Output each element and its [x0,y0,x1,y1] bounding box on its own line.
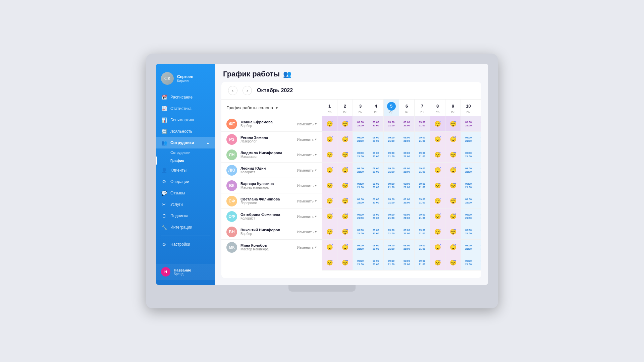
schedule-cell[interactable]: 09:0021:00 [461,163,476,178]
sidebar-item-reviews[interactable]: 💬 Отзывы [156,187,215,199]
schedule-cell[interactable]: 09:0021:00 [476,240,481,255]
schedule-cell[interactable]: 09:0021:00 [461,255,476,270]
schedule-cell[interactable]: 09:0021:00 [384,178,399,193]
schedule-cell[interactable]: 😴 [337,132,353,147]
edit-button[interactable]: Изменить ▾ [297,137,317,141]
schedule-cell[interactable]: 09:0021:00 [353,224,368,239]
schedule-cell[interactable]: 09:0021:00 [384,224,399,239]
schedule-cell[interactable]: 😴 [430,209,445,224]
schedule-cell[interactable]: 😴 [430,132,445,147]
schedule-cell[interactable]: 09:0021:00 [476,209,481,224]
schedule-cell[interactable]: 😴 [337,193,353,208]
schedule-cell[interactable]: 09:0021:00 [399,178,415,193]
schedule-cell[interactable]: 09:0021:00 [368,193,384,208]
schedule-cell[interactable]: 09:0021:00 [399,255,415,270]
schedule-cell[interactable]: 09:0021:00 [415,255,430,270]
schedule-cell[interactable]: 09:0021:00 [476,147,481,162]
sidebar-item-operations[interactable]: ⚙ Операции [156,176,215,187]
schedule-cell[interactable]: 09:0021:00 [476,193,481,208]
schedule-cell[interactable]: 09:0021:00 [368,132,384,147]
edit-button[interactable]: Изменить ▾ [297,230,317,234]
schedule-cell[interactable]: 09:0021:00 [368,209,384,224]
schedule-cell[interactable]: 09:0021:00 [476,178,481,193]
schedule-cell[interactable]: 😴 [337,240,353,255]
edit-button[interactable]: Изменить ▾ [297,168,317,172]
schedule-cell[interactable]: 😴 [445,163,461,178]
schedule-cell[interactable]: 09:0021:00 [384,255,399,270]
sidebar-subitem-employees-list[interactable]: Сотрудники [156,148,215,157]
sidebar-item-services[interactable]: ✂ Услуги [156,199,215,210]
brand-item[interactable]: Н Название Бренд [156,264,215,280]
schedule-cell[interactable]: 😴 [322,132,337,147]
schedule-cell[interactable]: 😴 [445,178,461,193]
schedule-cell[interactable]: 09:0021:00 [399,163,415,178]
schedule-cell[interactable]: 😴 [337,163,353,178]
schedule-cell[interactable]: 😴 [445,147,461,162]
schedule-cell[interactable]: 😴 [337,147,353,162]
schedule-cell[interactable]: 09:0021:00 [384,132,399,147]
sidebar-item-loyalty[interactable]: 🔄 Лояльность [156,126,215,137]
schedule-cell[interactable]: 09:0021:00 [353,163,368,178]
schedule-cell[interactable]: 09:0021:00 [399,240,415,255]
schedule-cell[interactable]: 09:0021:00 [384,147,399,162]
schedule-cell[interactable]: 09:0021:00 [384,193,399,208]
schedule-cell[interactable]: 09:0021:00 [368,163,384,178]
schedule-cell[interactable]: 09:0021:00 [368,240,384,255]
schedule-cell[interactable]: 09:0021:00 [461,178,476,193]
schedule-cell[interactable]: 09:0021:00 [384,163,399,178]
schedule-cell[interactable]: 09:0021:00 [461,147,476,162]
schedule-cell[interactable]: 09:0021:00 [353,132,368,147]
schedule-cell[interactable]: 09:0021:00 [461,224,476,239]
schedule-cell[interactable]: 😴 [430,255,445,270]
schedule-cell[interactable]: 😴 [430,240,445,255]
schedule-cell[interactable]: 09:0021:00 [415,132,430,147]
schedule-cell[interactable]: 09:0021:00 [415,193,430,208]
sidebar-item-subscription[interactable]: 🗒 Подписка [156,210,215,222]
sidebar-subitem-schedule[interactable]: График [156,157,215,165]
schedule-cell[interactable]: 09:0021:00 [353,240,368,255]
schedule-cell[interactable]: 09:0021:00 [461,193,476,208]
schedule-cell[interactable]: 😴 [322,147,337,162]
schedule-cell[interactable]: 09:0021:00 [368,147,384,162]
schedule-cell[interactable]: 😴 [322,240,337,255]
sidebar-item-integrations[interactable]: 🔧 Интеграции [156,222,215,233]
schedule-cell[interactable]: 09:0021:00 [353,255,368,270]
schedule-cell[interactable]: 😴 [322,178,337,193]
schedule-cell[interactable]: 09:0021:00 [368,255,384,270]
schedule-cell[interactable]: 09:0021:00 [415,178,430,193]
schedule-cell[interactable]: 😴 [337,224,353,239]
schedule-cell[interactable]: 😴 [430,147,445,162]
schedule-cell[interactable]: 09:0021:00 [461,132,476,147]
schedule-cell[interactable]: 😴 [445,240,461,255]
edit-button[interactable]: Изменить ▾ [297,153,317,157]
edit-button[interactable]: Изменить ▾ [297,245,317,249]
schedule-cell[interactable]: 😴 [337,178,353,193]
schedule-cell[interactable]: 09:0021:00 [415,240,430,255]
schedule-cell[interactable]: 😴 [445,193,461,208]
schedule-cell[interactable]: 😴 [430,163,445,178]
sidebar-item-clients[interactable]: 👤 Клиенты [156,165,215,176]
schedule-cell[interactable]: 09:0021:00 [476,163,481,178]
schedule-cell[interactable]: 😴 [322,255,337,270]
schedule-cell[interactable]: 09:0021:00 [368,224,384,239]
sidebar-item-employees[interactable]: 👥 Сотрудники ▲ [156,137,215,148]
schedule-cell[interactable]: 09:0021:00 [476,224,481,239]
schedule-cell[interactable]: 😴 [445,255,461,270]
prev-month-button[interactable]: ‹ [228,86,237,95]
edit-button[interactable]: Изменить ▾ [297,199,317,203]
sidebar-item-settings[interactable]: ⚙ Настройки [156,239,215,250]
schedule-cell[interactable]: 😴 [322,209,337,224]
schedule-cell[interactable]: 09:0021:00 [415,209,430,224]
schedule-cell[interactable]: 09:0021:00 [476,255,481,270]
schedule-cell[interactable]: 😴 [322,224,337,239]
schedule-cell[interactable]: 😴 [445,209,461,224]
edit-button[interactable]: Изменить ▾ [297,215,317,219]
schedule-cell[interactable]: 😴 [337,209,353,224]
schedule-cell[interactable]: 09:0021:00 [399,209,415,224]
schedule-cell[interactable]: 09:0021:00 [399,193,415,208]
sidebar-item-stats[interactable]: 📈 Статистика [156,103,215,114]
edit-button[interactable]: Изменить ▾ [297,184,317,188]
schedule-cell[interactable]: 😴 [430,193,445,208]
schedule-cell[interactable]: 09:0021:00 [368,178,384,193]
schedule-cell[interactable]: 😴 [322,193,337,208]
